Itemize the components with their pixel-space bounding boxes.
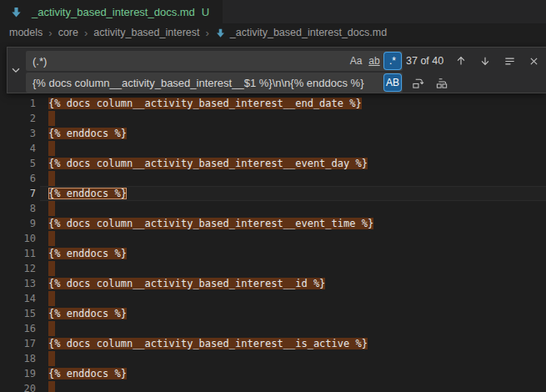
code-line[interactable]: 6 [0,171,546,186]
code-line[interactable]: 14 [0,291,546,306]
code-line[interactable]: 8 [0,201,546,216]
editor-tab[interactable]: _activity_based_interest_docs.md U [0,0,223,23]
line-number: 11 [0,246,36,261]
find-match: {% docs column__activity_based_interest_… [48,98,362,109]
breadcrumb-item-core[interactable]: core [58,27,78,38]
line-number: 6 [0,171,36,186]
line-content [48,171,55,186]
find-match-empty [48,381,55,392]
line-content [48,111,55,126]
code-line[interactable]: 15{% enddocs %} [0,306,546,321]
line-content [48,381,55,392]
line-content: {% enddocs %} [48,186,127,201]
line-content: {% docs column__activity_based_interest_… [48,96,362,111]
find-match: {% enddocs %} [48,368,127,379]
match-case-button[interactable]: Aa [348,53,364,69]
chevron-down-icon [8,63,23,78]
find-match: {% enddocs %} [48,308,127,319]
next-match-icon[interactable] [478,53,493,68]
code-line[interactable]: 9{% docs column__activity_based_interest… [0,216,546,231]
find-match: {% docs column__activity_based_interest_… [48,158,368,169]
previous-match-icon[interactable] [453,53,468,68]
find-match: {% enddocs %} [48,248,127,259]
code-line[interactable]: 16 [0,321,546,336]
line-number: 13 [0,276,36,291]
breadcrumb-separator: › [205,27,208,39]
breadcrumb-item-models[interactable]: models [9,27,43,38]
find-match-empty [48,201,55,216]
breadcrumb-item-activity-based-interest[interactable]: activity_based_interest [93,27,199,38]
find-match: {% docs column__activity_based_interest_… [48,278,325,289]
find-match-empty [48,231,55,246]
line-number: 1 [0,96,36,111]
tab-filename: _activity_based_interest_docs.md [32,6,195,18]
code-line[interactable]: 4 [0,141,546,156]
code-line[interactable]: 3{% enddocs %} [0,126,546,141]
line-content [48,141,55,156]
line-number: 7 [0,186,36,201]
whole-word-button[interactable]: ab [366,53,383,69]
code-line[interactable]: 10 [0,231,546,246]
git-status-badge: U [202,6,209,18]
markdown-file-icon [10,6,23,18]
line-number: 4 [0,141,36,156]
replace-one-icon[interactable] [410,75,425,90]
code-line[interactable]: 17{% docs column__activity_based_interes… [0,336,546,351]
code-line[interactable]: 13{% docs column__activity_based_interes… [0,276,546,291]
preserve-case-button[interactable]: AB [384,74,401,91]
find-match-empty [48,111,55,126]
editor-pane[interactable]: 1{% docs column__activity_based_interest… [0,42,546,392]
line-number: 5 [0,156,36,171]
line-number: 18 [0,351,36,366]
line-content [48,201,55,216]
line-content: {% docs column__activity_based_interest_… [48,276,325,291]
replace-all-icon[interactable] [434,75,449,90]
toggle-replace-button[interactable] [8,48,24,93]
line-content [48,261,55,276]
markdown-file-icon [215,28,226,38]
line-content: {% enddocs %} [48,366,127,381]
find-in-selection-icon[interactable] [502,53,517,68]
line-content [48,231,55,246]
code-line[interactable]: 12 [0,261,546,276]
line-number: 2 [0,111,36,126]
code-line[interactable]: 1{% docs column__activity_based_interest… [0,96,546,111]
line-number: 16 [0,321,36,336]
code-line[interactable]: 18 [0,351,546,366]
find-match-empty [48,171,55,186]
line-content: {% enddocs %} [48,306,127,321]
close-icon[interactable] [526,53,541,68]
code-line[interactable]: 7{% enddocs %} [0,186,546,201]
replace-input[interactable]: {% docs column__activity_based_interest_… [26,73,403,93]
breadcrumb-separator: › [48,27,52,39]
line-number: 14 [0,291,36,306]
line-content: {% docs column__activity_based_interest_… [48,156,368,171]
find-match-empty [48,141,55,156]
match-count: 37 of 40 [406,51,443,71]
breadcrumb-separator: › [84,27,88,39]
find-match: {% docs column__activity_based_interest_… [48,338,368,349]
regex-button[interactable]: .* [384,53,401,69]
line-content: {% enddocs %} [48,126,127,141]
find-input[interactable]: (.*) Aa ab .* [26,51,403,71]
line-number: 9 [0,216,36,231]
code-line[interactable]: 19{% enddocs %} [0,366,546,381]
breadcrumb-item-file[interactable]: _activity_based_interest_docs.md [230,27,387,38]
breadcrumb: models › core › activity_based_interest … [0,23,546,42]
line-number: 10 [0,231,36,246]
replace-value: {% docs column__activity_based_interest_… [33,77,384,89]
code-line[interactable]: 2 [0,111,546,126]
line-content [48,291,55,306]
line-number: 12 [0,261,36,276]
code-line[interactable]: 5{% docs column__activity_based_interest… [0,156,546,171]
find-match-empty [48,321,55,336]
code-area[interactable]: 1{% docs column__activity_based_interest… [0,96,546,392]
code-line[interactable]: 20 [0,381,546,392]
find-match: {% enddocs %} [48,128,127,139]
line-number: 17 [0,336,36,351]
find-match-empty [48,291,55,306]
code-line[interactable]: 11{% enddocs %} [0,246,546,261]
find-query: (.*) [33,55,348,68]
line-number: 19 [0,366,36,381]
find-replace-widget: (.*) Aa ab .* 37 of 40 {% docs c [7,47,546,93]
